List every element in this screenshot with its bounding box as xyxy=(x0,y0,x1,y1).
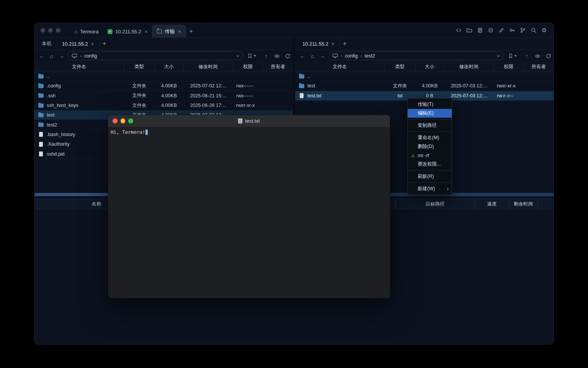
column-header-modified[interactable]: 修改时间 xyxy=(444,62,494,72)
column-divider xyxy=(395,199,396,209)
edit-button[interactable] xyxy=(498,27,505,34)
file-row[interactable]: .. xyxy=(295,72,554,81)
file-icon xyxy=(38,94,44,98)
show-hidden-button[interactable] xyxy=(273,52,281,60)
tab-remote-host[interactable]: 10.211.55.2 xyxy=(297,38,340,50)
file-type: 文件夹 xyxy=(385,83,415,89)
path-segment[interactable]: config xyxy=(77,53,97,59)
minimize-button[interactable] xyxy=(121,118,126,123)
tab-termora[interactable]: Termora xyxy=(70,25,103,38)
bookmark-button[interactable] xyxy=(246,52,257,60)
forward-button[interactable] xyxy=(57,52,66,60)
code-icon xyxy=(456,27,462,33)
context-menu-item[interactable]: 新建(W) xyxy=(408,184,452,193)
path-segment[interactable]: test2 xyxy=(358,53,375,59)
maximize-button[interactable] xyxy=(56,28,60,33)
editor-titlebar[interactable]: test.txt xyxy=(108,115,390,127)
app-tabstrip: Termora 10.211.55.2 传输 xyxy=(70,23,196,38)
column-header-name[interactable]: 文件名 xyxy=(295,62,385,72)
tab-local[interactable]: 本机 xyxy=(37,38,57,50)
path-segment[interactable]: config xyxy=(338,53,358,59)
close-tab-icon[interactable] xyxy=(145,29,148,34)
context-menu-item[interactable]: 编辑(E) xyxy=(408,109,452,118)
parent-directory-button[interactable] xyxy=(262,52,270,60)
new-panel-tab-button[interactable] xyxy=(340,38,350,50)
close-tab-icon[interactable] xyxy=(91,41,94,47)
close-tab-icon[interactable] xyxy=(332,41,335,47)
column-header-size[interactable]: 大小 xyxy=(155,62,183,72)
context-menu-item[interactable] xyxy=(408,169,452,172)
maximize-button[interactable] xyxy=(128,118,133,123)
close-tab-icon[interactable] xyxy=(178,29,181,34)
code-button[interactable] xyxy=(455,27,462,34)
column-header-target-path[interactable]: 目标路径 xyxy=(395,199,475,209)
show-hidden-button[interactable] xyxy=(533,52,542,60)
record-button[interactable] xyxy=(487,27,494,34)
home-button[interactable] xyxy=(308,52,317,60)
column-header-type[interactable]: 类型 xyxy=(385,62,415,72)
caret-down-icon xyxy=(514,55,517,57)
file-modified: 2025-06-26 17:... xyxy=(183,103,233,108)
minimize-button[interactable] xyxy=(48,28,53,33)
search-button[interactable] xyxy=(530,27,537,34)
folder-button[interactable] xyxy=(466,27,472,34)
context-menu-item[interactable]: 复制路径 xyxy=(408,121,452,130)
tab-transfer[interactable]: 传输 xyxy=(152,25,186,38)
new-tab-button[interactable] xyxy=(186,25,196,38)
context-menu-item[interactable]: 重命名(M) xyxy=(408,133,452,142)
settings-button[interactable] xyxy=(541,27,547,34)
file-row[interactable]: .config 文件夹 4.00KB 2025-07-02 12:... rwx… xyxy=(34,81,293,91)
document-icon xyxy=(238,118,242,123)
path-field[interactable]: config xyxy=(68,51,243,60)
column-header-speed[interactable]: 速度 xyxy=(475,199,509,209)
home-button[interactable] xyxy=(47,52,56,60)
bookmark-button[interactable] xyxy=(506,52,518,60)
new-panel-tab-button[interactable] xyxy=(99,38,109,50)
keys-button[interactable] xyxy=(509,27,515,34)
column-divider xyxy=(537,199,538,209)
column-header-owner[interactable]: 所有者 xyxy=(263,62,293,72)
context-menu-item[interactable]: 传输(T) xyxy=(408,100,452,109)
context-menu-item[interactable]: rm -rf xyxy=(408,151,452,160)
file-modified: 2025-07-02 12:... xyxy=(183,83,233,89)
back-button[interactable] xyxy=(298,52,307,60)
file-row[interactable]: .. xyxy=(34,72,293,81)
record-icon xyxy=(488,27,494,33)
parent-directory-button[interactable] xyxy=(523,52,531,60)
file-row[interactable]: .ssh 文件夹 4.00KB 2025-06-21 15:... rwx---… xyxy=(34,91,293,101)
file-type: 文件夹 xyxy=(124,83,155,89)
context-menu-item[interactable] xyxy=(408,118,452,121)
context-menu-item[interactable]: 刷新(R) xyxy=(408,172,452,181)
file-size: 4.00KB xyxy=(415,83,444,89)
close-button[interactable] xyxy=(113,118,118,123)
context-menu-item[interactable] xyxy=(408,181,452,184)
context-menu-item[interactable] xyxy=(408,130,452,133)
context-menu-item[interactable]: 删除(D) xyxy=(408,142,452,151)
path-field[interactable]: configtest2 xyxy=(329,51,503,60)
close-button[interactable] xyxy=(41,28,45,33)
tab-label: 本机 xyxy=(42,40,52,47)
column-header-owner[interactable]: 所有者 xyxy=(524,62,554,72)
column-header-size[interactable]: 大小 xyxy=(415,62,444,72)
right-pathbar: configtest2 xyxy=(295,50,554,62)
column-header-permissions[interactable]: 权限 xyxy=(233,62,263,72)
computer-icon xyxy=(332,53,338,59)
file-row[interactable]: ssh_host_keys 文件夹 4.00KB 2025-06-26 17:.… xyxy=(34,101,293,110)
column-header-remaining-time[interactable]: 剩余时间 xyxy=(509,199,537,209)
file-icon xyxy=(299,84,304,88)
column-header-permissions[interactable]: 权限 xyxy=(494,62,524,72)
editor-content[interactable]: Hi, Termora! xyxy=(108,127,390,137)
context-menu-item[interactable]: 更改权限... xyxy=(408,160,452,169)
back-button[interactable] xyxy=(38,52,46,60)
refresh-button[interactable] xyxy=(283,52,292,60)
tab-host-terminal[interactable]: 10.211.55.2 xyxy=(103,25,152,38)
log-button[interactable] xyxy=(477,27,483,34)
refresh-button[interactable] xyxy=(544,52,552,60)
tab-remote-host[interactable]: 10.211.55.2 xyxy=(57,38,99,50)
forward-button[interactable] xyxy=(318,52,327,60)
file-row[interactable]: test 文件夹 4.00KB 2025-07-03 12:... rwxr-x… xyxy=(295,81,554,91)
column-header-modified[interactable]: 修改时间 xyxy=(183,62,233,72)
column-header-type[interactable]: 类型 xyxy=(124,62,155,72)
branch-button[interactable] xyxy=(519,27,526,34)
column-header-name[interactable]: 文件名 xyxy=(34,62,124,72)
